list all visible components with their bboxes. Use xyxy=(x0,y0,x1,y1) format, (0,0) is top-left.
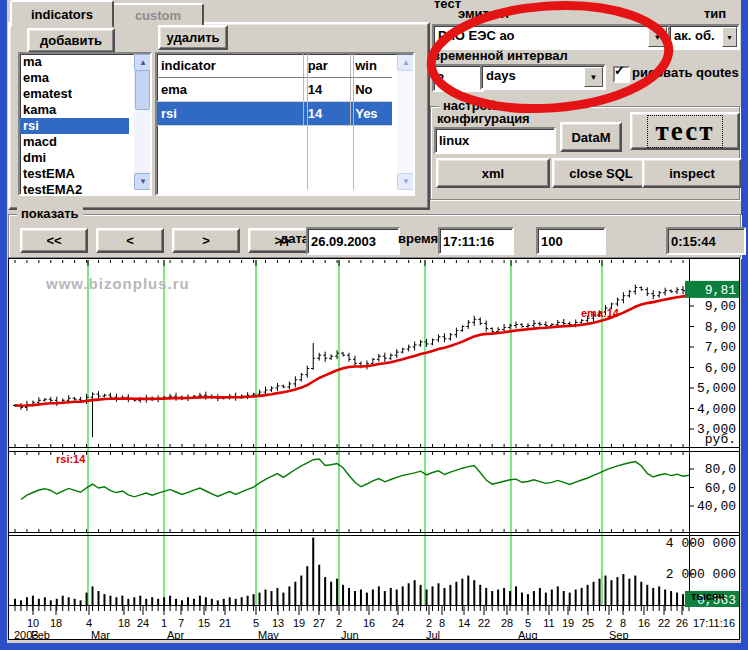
svg-text:28: 28 xyxy=(501,617,513,629)
date-label: дата xyxy=(280,231,309,246)
list-item[interactable]: rsi xyxy=(20,118,129,134)
time-input[interactable]: 17:11:16 xyxy=(438,227,514,255)
inspect-button[interactable]: inspect xyxy=(642,158,742,188)
window-frame-right xyxy=(741,0,748,650)
table-cell: 14 xyxy=(304,102,352,125)
svg-text:19: 19 xyxy=(562,617,574,629)
xml-button[interactable]: xml xyxy=(436,158,550,188)
indicator-list-scrollbar[interactable]: ▲ ▼ xyxy=(134,54,150,190)
col-par: par xyxy=(304,54,352,77)
svg-text:8: 8 xyxy=(620,617,626,629)
interval-unit-combobox[interactable]: days ▼ xyxy=(480,64,606,90)
interval-unit-value: days xyxy=(486,68,516,83)
interval-value: 2 xyxy=(437,71,444,86)
svg-text:25: 25 xyxy=(582,617,594,629)
list-item[interactable]: ma xyxy=(20,54,129,70)
xml-label: xml xyxy=(482,166,504,181)
close-sql-button[interactable]: close SQL xyxy=(552,158,650,188)
chevron-down-icon[interactable]: ▼ xyxy=(584,67,603,87)
svg-text:7: 7 xyxy=(178,617,184,629)
scroll-up-icon[interactable]: ▲ xyxy=(397,54,415,71)
svg-text:2: 2 xyxy=(426,617,432,629)
table-row[interactable]: rsi14Yes xyxy=(157,102,392,126)
nav-prev-button[interactable]: < xyxy=(96,228,164,253)
issuer-combobox[interactable]: РАО ЕЭС ао ▼ xyxy=(432,24,670,50)
svg-text:9,00: 9,00 xyxy=(705,299,736,314)
list-item[interactable]: macd xyxy=(20,134,129,150)
svg-text:16: 16 xyxy=(363,617,375,629)
watermark: www.bizonplus.ru xyxy=(45,275,190,292)
date-axis-labels: 1018418241715215131927216242814222851119… xyxy=(14,617,735,639)
nav-first-button[interactable]: << xyxy=(20,228,88,253)
svg-text:4 000 000: 4 000 000 xyxy=(666,536,736,551)
count-input[interactable]: 100 xyxy=(536,227,606,255)
datam-button[interactable]: DataM xyxy=(560,122,622,152)
table-header-row: indicator par win xyxy=(157,54,392,78)
svg-text:4,000: 4,000 xyxy=(697,402,736,417)
svg-text:1: 1 xyxy=(161,617,167,629)
draw-quotes-label: рисовать qoutes xyxy=(632,65,739,80)
svg-text:24: 24 xyxy=(392,617,404,629)
svg-text:Mar: Mar xyxy=(91,629,110,639)
type-combobox[interactable]: ак. об. ▼ xyxy=(668,24,740,50)
issuer-label: эмитент xyxy=(458,6,510,21)
tab-indicators[interactable]: indicators xyxy=(10,0,114,28)
ema-label: ema:14 xyxy=(581,307,620,319)
test-button[interactable]: тест xyxy=(630,112,740,150)
list-item[interactable]: ematest xyxy=(20,86,129,102)
chevron-down-icon[interactable]: ▼ xyxy=(648,27,667,47)
list-item[interactable]: testEMA xyxy=(20,166,129,182)
add-indicator-button[interactable]: добавить xyxy=(27,28,115,53)
list-item[interactable]: kama xyxy=(20,102,129,118)
inspect-label: inspect xyxy=(669,166,715,181)
table-cell: ema xyxy=(157,78,304,101)
scroll-down-icon[interactable]: ▼ xyxy=(397,173,415,190)
volume-bars xyxy=(14,538,690,605)
svg-text:14: 14 xyxy=(458,617,470,629)
svg-text:40,00: 40,00 xyxy=(697,499,736,514)
scrollbar-thumb[interactable] xyxy=(135,70,150,110)
table-row[interactable]: ema14No xyxy=(157,78,392,102)
list-item[interactable]: dmi xyxy=(20,150,129,166)
svg-text:Jul: Jul xyxy=(426,629,440,639)
config-input[interactable]: linux xyxy=(434,127,556,154)
svg-text:2: 2 xyxy=(336,617,342,629)
svg-text:Aug: Aug xyxy=(518,629,538,639)
svg-text:60,0: 60,0 xyxy=(705,481,736,496)
time-label: время xyxy=(398,231,438,246)
date-value: 26.09.2003 xyxy=(311,234,376,249)
add-indicator-label: добавить xyxy=(40,33,102,48)
config-value: linux xyxy=(439,133,469,148)
tab-custom[interactable]: custom xyxy=(112,3,204,27)
col-win: win xyxy=(351,54,392,77)
svg-text:6,00: 6,00 xyxy=(705,361,736,376)
grid-line xyxy=(353,54,354,190)
nav-next-button[interactable]: > xyxy=(172,228,240,253)
svg-text:8,00: 8,00 xyxy=(705,320,736,335)
chart-canvas[interactable]: www.bizonplus.ruema:14rsi:149,008,007,00… xyxy=(9,259,739,639)
indicator-listbox[interactable]: maemaematestkamarsimacddmitestEMAtestEMA… xyxy=(18,52,152,196)
list-item[interactable]: testEMA2 xyxy=(20,182,129,196)
svg-text:2: 2 xyxy=(606,617,612,629)
chevron-down-icon[interactable]: ▼ xyxy=(722,27,737,47)
svg-text:Sep: Sep xyxy=(609,629,629,639)
indicator-table[interactable]: indicator par win ema14Norsi14Yes ▲ ▼ xyxy=(155,52,415,196)
end-time-label: 17:11:16 xyxy=(693,617,735,629)
scroll-up-icon[interactable]: ▲ xyxy=(134,54,152,71)
trading-app-window: indicators custom добавить удалить maema… xyxy=(0,0,748,650)
table-scrollbar[interactable]: ▲ ▼ xyxy=(397,54,413,190)
elapsed-display: 0:15:44 xyxy=(666,227,746,255)
svg-text:80,0: 80,0 xyxy=(705,462,736,477)
list-item[interactable]: ema xyxy=(20,70,129,86)
scroll-down-icon[interactable]: ▼ xyxy=(134,173,152,190)
interval-input[interactable]: 2 xyxy=(432,64,484,92)
svg-text:22: 22 xyxy=(478,617,490,629)
svg-text:26: 26 xyxy=(676,617,688,629)
month-gridlines xyxy=(88,260,602,605)
tab-indicators-label: indicators xyxy=(31,7,93,22)
date-input[interactable]: 26.09.2003 xyxy=(306,227,400,255)
draw-quotes-checkbox[interactable]: ✓ xyxy=(613,66,630,83)
axis-labels: 9,008,007,006,005,0004,0003,000руб.80,06… xyxy=(666,299,736,582)
grid-line xyxy=(307,54,308,190)
remove-indicator-button[interactable]: удалить xyxy=(158,25,228,50)
